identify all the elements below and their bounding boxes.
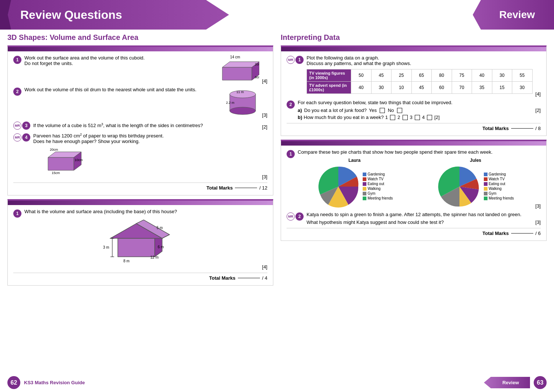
q-r2-2-subtext: What hypothesis might Katya suggest and … bbox=[307, 219, 533, 225]
q-b2-1-marks: [4] bbox=[262, 264, 267, 270]
total-marks-line-r1 bbox=[511, 128, 533, 129]
q-r2b-2: 2 bbox=[397, 115, 400, 120]
total-marks-label-2: Total Marks bbox=[209, 275, 235, 281]
mr-badge-3: MR bbox=[13, 122, 21, 130]
svg-text:5 m: 5 m bbox=[157, 226, 163, 230]
q-r2-2-marks: [3] bbox=[536, 219, 541, 225]
cuboid-diagram: 2cm 6cm bbox=[211, 60, 259, 84]
purple-bar-2 bbox=[8, 201, 273, 205]
total-marks-row-1: Total Marks / 12 bbox=[13, 183, 267, 191]
right-column: Interpreting Data MR 1 Plot the followin… bbox=[281, 33, 547, 289]
laura-pie-svg bbox=[316, 164, 360, 209]
left-section-title: 3D Shapes: Volume and Surface Area bbox=[7, 33, 273, 42]
q2-text: Work out the volume of this oil drum to … bbox=[24, 87, 222, 92]
total-marks-row-r2: Total Marks / 6 bbox=[287, 228, 541, 236]
q1-text: Work out the surface area and the volume… bbox=[24, 55, 208, 61]
mr-badge-r1: MR bbox=[287, 56, 295, 64]
header-left-banner: Review Questions bbox=[0, 0, 229, 30]
q-num-1: 1 bbox=[13, 56, 21, 64]
q-num-r2-1: 1 bbox=[287, 150, 295, 158]
q-r2a-no-box[interactable] bbox=[397, 108, 402, 113]
left-column: 3D Shapes: Volume and Surface Area 1 Wor… bbox=[7, 33, 273, 289]
header-right-banner: Review bbox=[473, 0, 554, 30]
data-table: TV viewing figures (in 1000s) 50 45 25 6… bbox=[307, 69, 533, 94]
laura-legend: Gardening Watch TV Eating out Walking Gy… bbox=[363, 172, 393, 201]
q-num-r2-2: 2 bbox=[295, 212, 304, 221]
q-r2b-3-box[interactable] bbox=[415, 115, 420, 120]
jules-pie-with-legend: Gardening Watch TV Eating out Walking Gy… bbox=[437, 164, 514, 209]
q1-subtext: Do not forget the units. bbox=[24, 61, 208, 66]
q-num-r2: 2 bbox=[287, 100, 295, 109]
total-marks-value-r1: / 8 bbox=[536, 126, 541, 131]
q-r2-2-text: Katya needs to spin a green to finish a … bbox=[307, 212, 533, 217]
mr-badge-r2-2: MR bbox=[287, 212, 295, 221]
q-num-4: 4 bbox=[22, 133, 30, 142]
q-r2a-label: a) bbox=[298, 108, 302, 113]
svg-point-7 bbox=[230, 107, 256, 115]
jules-pie-svg bbox=[437, 164, 482, 209]
q3-marks: [2] bbox=[262, 124, 267, 130]
svg-text:2.2 m: 2.2 m bbox=[226, 101, 235, 105]
page-num-right: 63 bbox=[534, 376, 547, 389]
total-marks-value-2: / 4 bbox=[262, 275, 267, 281]
svg-text:2cm: 2cm bbox=[255, 62, 259, 66]
footer-right: Review 63 bbox=[484, 376, 547, 389]
q-r2b-2-box[interactable] bbox=[403, 115, 408, 120]
svg-text:12 m: 12 m bbox=[150, 255, 158, 259]
total-marks-value-1: / 12 bbox=[259, 185, 267, 191]
page-title: Review Questions bbox=[20, 8, 122, 22]
main-content: 3D Shapes: Volume and Surface Area 1 Wor… bbox=[0, 30, 554, 293]
q-r2a-no: No bbox=[388, 108, 394, 113]
q-b2-1-text: What is the volume and surface area (inc… bbox=[24, 209, 259, 214]
total-marks-label-1: Total Marks bbox=[206, 185, 233, 191]
q-r2a-text: Do you eat a lot of junk food? bbox=[304, 108, 367, 113]
purple-bar-r1 bbox=[281, 47, 546, 51]
q1-marks: [4] bbox=[262, 78, 267, 84]
q-r2b-label: b) bbox=[298, 115, 302, 120]
q-r2b-4-box[interactable] bbox=[427, 115, 432, 120]
question-box-2: 1 What is the volume and surface area (i… bbox=[7, 199, 273, 286]
page-footer: 62 KS3 Maths Revision Guide Review 63 bbox=[0, 373, 554, 392]
footer-left: 62 KS3 Maths Revision Guide bbox=[7, 376, 85, 389]
q-r2a-yes-box[interactable] bbox=[380, 108, 385, 113]
q3-text: If the volume of a cube is 512 m3, what … bbox=[33, 122, 259, 128]
laura-pie-with-legend: Gardening Watch TV Eating out Walking Gy… bbox=[316, 164, 393, 209]
jules-label: Jules bbox=[470, 158, 481, 163]
right-question-box-1: MR 1 Plot the following data on a graph.… bbox=[281, 45, 547, 136]
table-header-1: TV viewing figures (in 1000s) bbox=[307, 69, 351, 82]
q-num-b2-1: 1 bbox=[13, 209, 21, 218]
svg-text:6cm: 6cm bbox=[255, 75, 259, 79]
total-marks-line-r2 bbox=[511, 233, 533, 234]
total-marks-line-1 bbox=[235, 188, 257, 188]
pie-charts-row: Laura bbox=[298, 158, 533, 209]
q-r2b-4: 4 bbox=[422, 115, 425, 120]
q-r2a-marks: [2] bbox=[536, 108, 541, 113]
page-num-left: 62 bbox=[7, 376, 20, 389]
laura-label: Laura bbox=[349, 158, 361, 163]
question-box-1: 1 Work out the surface area and the volu… bbox=[7, 45, 273, 195]
q-r1-subtext: Discuss any patterns, and what the graph… bbox=[307, 61, 533, 66]
mr-badge-4: MR bbox=[13, 133, 21, 142]
svg-marker-10 bbox=[48, 157, 74, 170]
q-r2b-marks: [2] bbox=[434, 115, 440, 120]
q4-marks: [3] bbox=[262, 174, 267, 180]
total-marks-label-r2: Total Marks bbox=[482, 231, 509, 236]
svg-text:8 m: 8 m bbox=[123, 259, 130, 263]
right-question-box-2: 1 Compare these two pie charts that show… bbox=[281, 140, 547, 241]
svg-text:20cm: 20cm bbox=[50, 148, 58, 151]
footer-review-label: Review bbox=[484, 377, 530, 388]
jules-chart: Jules bbox=[437, 158, 514, 209]
q4-subtext: Does he have enough paper? Show your wor… bbox=[33, 139, 259, 144]
q-r2b-text: How much fruit do you eat in a week? bbox=[304, 115, 384, 120]
total-marks-row-2: Total Marks / 4 bbox=[13, 273, 267, 281]
laura-chart: Laura bbox=[316, 158, 393, 209]
q-r2-text: For each survey question below, state tw… bbox=[298, 100, 541, 105]
q-num-3: 3 bbox=[22, 122, 30, 130]
q-r2a-yes: Yes bbox=[369, 108, 377, 113]
jules-legend: Gardening Watch TV Eating out Walking Gy… bbox=[484, 172, 514, 201]
page-header: Review Questions Review bbox=[0, 0, 554, 30]
svg-marker-0 bbox=[222, 67, 252, 80]
purple-bar-1 bbox=[8, 47, 273, 51]
q-r2b-1-box[interactable] bbox=[390, 115, 395, 120]
house-diagram: 3 m 5 m 6 m 8 m 12 m bbox=[96, 218, 188, 266]
